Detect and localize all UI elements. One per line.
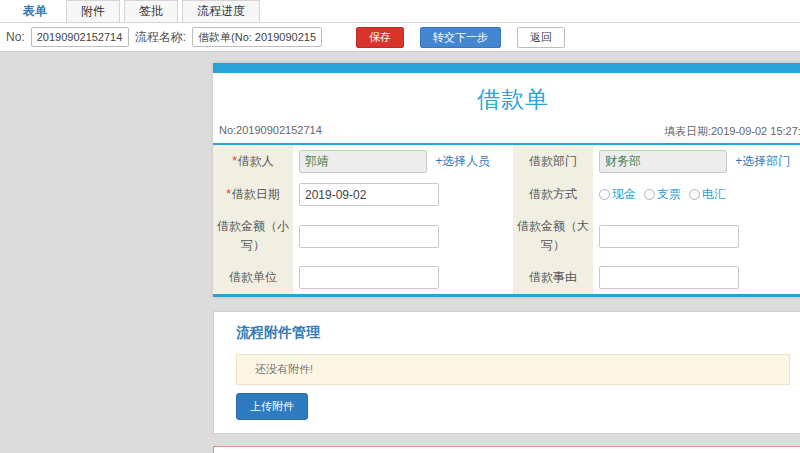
- select-department-link[interactable]: +选择部门: [735, 154, 790, 168]
- loan-form-table: *借款人 +选择人员 借款部门 +选择部门: [213, 145, 800, 294]
- tab-form[interactable]: 表单: [8, 0, 62, 22]
- borrower-label-cell: *借款人: [213, 145, 293, 178]
- radio-icon[interactable]: [644, 189, 655, 200]
- back-button[interactable]: 返回: [517, 27, 565, 48]
- amount-upper-label-cell: 借款金额（大写）: [513, 211, 593, 261]
- no-label: No:: [6, 30, 25, 44]
- department-label-cell: 借款部门: [513, 145, 593, 178]
- no-input[interactable]: [31, 27, 129, 47]
- form-top-accent-bar: [213, 63, 800, 73]
- tab-attachments[interactable]: 附件: [66, 0, 120, 22]
- attachment-panel: 流程附件管理 还没有附件! 上传附件: [213, 311, 800, 434]
- form-fill-date: 填表日期:2019-09-02 15:27:1: [664, 124, 800, 139]
- borrow-unit-label-cell: 借款单位: [213, 261, 293, 294]
- radio-cash-label: 现金: [612, 186, 636, 203]
- borrow-date-label: 借款日期: [232, 187, 280, 201]
- save-button[interactable]: 保存: [356, 27, 404, 48]
- radio-check[interactable]: 支票: [644, 186, 681, 203]
- amount-lower-label: 借款金额（小写）: [217, 219, 289, 252]
- approval-panel: 流程签批意见 B I abc ✎ ∞ ∞ ⚑ ☰ ☰ ⇤ ⇥: [213, 446, 800, 453]
- borrower-field-cell: +选择人员: [293, 145, 513, 178]
- radio-icon[interactable]: [689, 189, 700, 200]
- borrow-date-field-cell: [293, 178, 513, 211]
- radio-check-label: 支票: [657, 186, 681, 203]
- borrow-reason-label-cell: 借款事由: [513, 261, 593, 294]
- amount-lower-label-cell: 借款金额（小写）: [213, 211, 293, 261]
- borrow-reason-field-cell: [593, 261, 800, 294]
- radio-wire[interactable]: 电汇: [689, 186, 726, 203]
- table-row: *借款人 +选择人员 借款部门 +选择部门: [213, 145, 800, 178]
- borrow-reason-input[interactable]: [599, 266, 739, 289]
- borrow-method-radio-group: 现金 支票 电汇: [599, 186, 800, 203]
- radio-wire-label: 电汇: [702, 186, 726, 203]
- department-input[interactable]: [599, 150, 727, 173]
- table-row: 借款单位 借款事由: [213, 261, 800, 294]
- borrow-method-label-cell: 借款方式: [513, 178, 593, 211]
- process-name-label: 流程名称:: [135, 29, 186, 46]
- borrow-unit-input[interactable]: [299, 266, 439, 289]
- loan-form-panel: 借款单 No:20190902152714 填表日期:2019-09-02 15…: [213, 63, 800, 297]
- amount-upper-input[interactable]: [599, 225, 739, 248]
- radio-cash[interactable]: 现金: [599, 186, 636, 203]
- borrower-label: 借款人: [238, 154, 274, 168]
- borrow-date-input[interactable]: [299, 183, 439, 206]
- tab-bar: 表单 附件 签批 流程进度: [0, 0, 800, 23]
- borrow-unit-label: 借款单位: [229, 270, 277, 284]
- form-number: No:20190902152714: [219, 124, 322, 139]
- form-meta-row: No:20190902152714 填表日期:2019-09-02 15:27:…: [213, 124, 800, 143]
- amount-upper-label: 借款金额（大写）: [517, 219, 589, 252]
- table-row: 借款金额（小写） 借款金额（大写）: [213, 211, 800, 261]
- toolbar: No: 流程名称: 保存 转交下一步 返回: [0, 23, 800, 52]
- borrow-reason-label: 借款事由: [529, 270, 577, 284]
- select-person-link[interactable]: +选择人员: [435, 154, 490, 168]
- upload-attachment-button[interactable]: 上传附件: [236, 393, 308, 420]
- department-label: 借款部门: [529, 154, 577, 168]
- form-title: 借款单: [213, 73, 800, 124]
- borrow-unit-field-cell: [293, 261, 513, 294]
- next-step-button[interactable]: 转交下一步: [420, 27, 501, 48]
- no-attachment-notice: 还没有附件!: [236, 354, 790, 385]
- borrower-input[interactable]: [299, 150, 427, 173]
- borrow-method-field-cell: 现金 支票 电汇: [593, 178, 800, 211]
- department-field-cell: +选择部门: [593, 145, 800, 178]
- required-mark: *: [232, 154, 237, 168]
- process-name-input[interactable]: [192, 27, 322, 47]
- borrow-date-label-cell: *借款日期: [213, 178, 293, 211]
- screen: 表单 附件 签批 流程进度 No: 流程名称: 保存 转交下一步 返回 借款单 …: [0, 0, 800, 453]
- main-content: 借款单 No:20190902152714 填表日期:2019-09-02 15…: [213, 52, 800, 453]
- amount-upper-field-cell: [593, 211, 800, 261]
- amount-lower-field-cell: [293, 211, 513, 261]
- required-mark: *: [226, 187, 231, 201]
- amount-lower-input[interactable]: [299, 225, 439, 248]
- tab-approval[interactable]: 签批: [124, 0, 178, 22]
- attachment-heading: 流程附件管理: [236, 324, 790, 342]
- borrow-method-label: 借款方式: [529, 187, 577, 201]
- tab-progress[interactable]: 流程进度: [182, 0, 260, 22]
- radio-icon[interactable]: [599, 189, 610, 200]
- table-row: *借款日期 借款方式 现金: [213, 178, 800, 211]
